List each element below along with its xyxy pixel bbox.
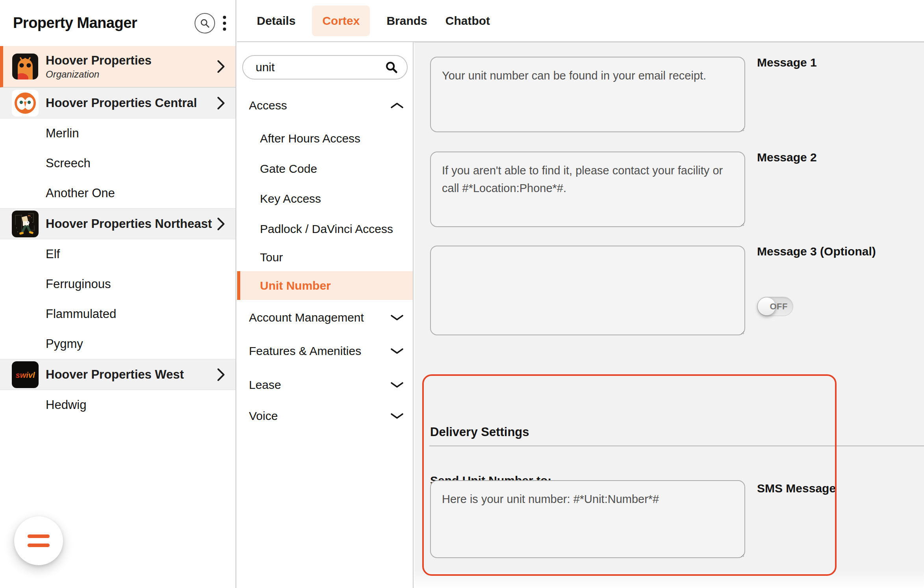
delivery-settings-title: Delivery Settings	[430, 425, 529, 439]
app-window: Property Manager	[0, 0, 924, 588]
kebab-menu-icon[interactable]	[221, 13, 228, 33]
sidebar-item-hoover-properties-central[interactable]: Hoover Properties Central	[0, 87, 236, 118]
message-1-label: Message 1	[757, 56, 817, 69]
property-name: Hoover Properties	[46, 54, 152, 68]
sidebar-item-flammulated[interactable]: Flammulated	[0, 299, 236, 329]
nav-item-padlock-davinci-access[interactable]: Padlock / DaVinci Access	[237, 220, 413, 239]
tab-cortex[interactable]: Cortex	[312, 6, 370, 36]
message-3-label: Message 3 (Optional)	[757, 245, 876, 258]
search-icon	[385, 61, 398, 74]
search-button[interactable]	[195, 13, 215, 33]
message-3-toggle[interactable]: OFF	[757, 297, 793, 316]
section-divider	[429, 446, 924, 446]
property-name: Hoover Properties Central	[46, 96, 197, 110]
property-list: Hoover Properties Organization	[0, 46, 236, 420]
sidebar-item-ferruginous[interactable]: Ferruginous	[0, 269, 236, 299]
property-type-label: Organization	[46, 69, 152, 80]
chevron-down-icon	[390, 381, 404, 389]
chevron-up-icon	[390, 102, 404, 109]
sidebar-item-merlin[interactable]: Merlin	[0, 118, 236, 148]
chevron-right-icon	[217, 96, 225, 110]
sidebar-item-another-one[interactable]: Another One	[0, 178, 236, 208]
cortex-search-input[interactable]	[255, 60, 385, 74]
nav-item-key-access[interactable]: Key Access	[237, 189, 413, 208]
nav-section-features-amenities[interactable]: Features & Amenities	[237, 342, 413, 361]
message-3-textarea[interactable]	[430, 246, 745, 335]
chevron-down-icon	[390, 412, 404, 420]
chevron-down-icon	[390, 314, 404, 322]
unit-number-content-panel: Your unit number can be found in your em…	[414, 42, 924, 588]
sidebar-actions	[195, 0, 228, 46]
sidebar-header: Property Manager	[0, 0, 236, 46]
sidebar-item-hoover-properties-west[interactable]: swivl Hoover Properties West	[0, 359, 236, 390]
owl-face-icon	[12, 90, 39, 116]
sidebar-item-elf[interactable]: Elf	[0, 239, 236, 269]
chevron-right-icon	[217, 368, 225, 381]
nav-section-account-management[interactable]: Account Management	[237, 308, 413, 327]
sidebar-item-hoover-properties-northeast[interactable]: Hoover Properties Northeast	[0, 208, 236, 239]
sidebar: Property Manager	[0, 0, 236, 588]
tab-chatbot[interactable]: Chatbot	[444, 14, 492, 28]
chevron-right-icon	[217, 60, 225, 73]
chevron-down-icon	[390, 347, 404, 355]
sms-message-textarea[interactable]: Here is your unit number: #*Unit:Number*…	[430, 480, 745, 558]
property-name: Hoover Properties Northeast	[46, 217, 212, 231]
svg-text:swivl: swivl	[16, 371, 35, 379]
tab-details[interactable]: Details	[255, 14, 297, 28]
nav-section-access[interactable]: Access	[237, 96, 413, 115]
sidebar-item-screech[interactable]: Screech	[0, 148, 236, 178]
message-2-textarea[interactable]: If you aren't able to find it, please co…	[430, 152, 745, 227]
message-1-textarea[interactable]: Your unit number can be found in your em…	[430, 57, 745, 132]
search-icon	[200, 18, 210, 28]
sms-message-label: SMS Message	[757, 482, 836, 495]
nav-item-tour[interactable]: Tour	[237, 248, 413, 267]
app-title: Property Manager	[13, 15, 137, 31]
tab-bar: Details Cortex Brands Chatbot	[237, 0, 924, 42]
sidebar-item-hedwig[interactable]: Hedwig	[0, 390, 236, 420]
hamburger-icon	[28, 534, 50, 547]
menu-fab-button[interactable]	[14, 516, 63, 565]
nav-section-voice[interactable]: Voice	[237, 407, 413, 425]
tab-brands[interactable]: Brands	[385, 14, 429, 28]
toggle-state-label: OFF	[770, 301, 788, 312]
owl-dark-icon	[12, 53, 39, 80]
nav-item-unit-number[interactable]: Unit Number	[237, 271, 413, 300]
property-name: Hoover Properties West	[46, 368, 184, 382]
cortex-nav-panel: Access After Hours Access Gate Code Key …	[237, 42, 414, 588]
message-2-label: Message 2	[757, 151, 817, 164]
sidebar-item-pygmy[interactable]: Pygmy	[0, 329, 236, 359]
nav-item-gate-code[interactable]: Gate Code	[237, 159, 413, 178]
swivl-logo-icon: swivl	[12, 361, 39, 388]
cortex-search-box	[242, 55, 408, 80]
chevron-right-icon	[217, 217, 225, 231]
main-area: Details Cortex Brands Chatbot Access Aft…	[237, 0, 924, 588]
nav-item-after-hours-access[interactable]: After Hours Access	[237, 129, 413, 148]
nav-section-lease[interactable]: Lease	[237, 375, 413, 394]
mover-illustration-icon	[12, 211, 39, 237]
sidebar-item-hoover-properties[interactable]: Hoover Properties Organization	[0, 46, 236, 87]
